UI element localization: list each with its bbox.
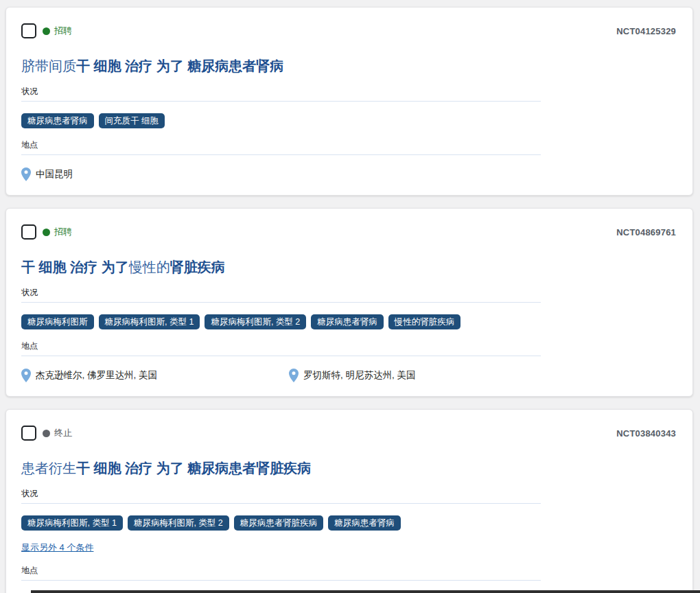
status-badge: 终止 <box>43 427 72 439</box>
condition-tag: 慢性的肾脏疾病 <box>388 314 461 329</box>
locations-heading: 地点 <box>21 340 541 356</box>
location-item: 杰克逊维尔, 佛罗里达州, 美国 <box>21 369 289 382</box>
condition-tag: 糖尿病患者肾病 <box>328 515 401 531</box>
status-badge: 招聘 <box>43 226 72 238</box>
title-part: 脐带间质 <box>21 58 76 73</box>
nct-id: NCT03840343 <box>616 428 676 439</box>
conditions-list: 糖尿病患者肾病 间充质干 细胞 <box>21 113 676 128</box>
search-results-list: 招聘 NCT04125329 脐带间质干 细胞 治疗 为了 糖尿病患者肾病 状况… <box>0 0 700 593</box>
trial-title-link[interactable]: 患者衍生干 细胞 治疗 为了 糖尿病患者肾脏疾病 <box>21 459 676 477</box>
title-part-highlight: 肾脏疾病 <box>170 259 225 275</box>
conditions-heading: 状况 <box>21 86 541 102</box>
show-more-conditions-link[interactable]: 显示另外 4 个条件 <box>21 542 93 554</box>
map-pin-icon <box>21 369 31 382</box>
trial-title-link[interactable]: 干 细胞 治疗 为了慢性的肾脏疾病 <box>21 258 676 276</box>
title-part: 慢性的 <box>129 259 170 275</box>
trial-card: 招聘 NCT04125329 脐带间质干 细胞 治疗 为了 糖尿病患者肾病 状况… <box>5 7 693 196</box>
condition-tag: 糖尿病梅利图斯, 类型 2 <box>128 515 229 531</box>
status-dot-icon <box>43 27 50 35</box>
conditions-heading: 状况 <box>21 287 541 303</box>
card-header: 招聘 NCT04125329 <box>21 23 676 39</box>
locations-heading: 地点 <box>21 139 541 155</box>
status-label: 招聘 <box>54 226 72 238</box>
location-item: 罗切斯特, 明尼苏达州, 美国 <box>289 369 557 382</box>
nct-id: NCT04125329 <box>616 26 676 36</box>
status-label: 招聘 <box>54 25 72 37</box>
title-part: 患者衍生 <box>21 461 76 476</box>
trial-card: 招聘 NCT04869761 干 细胞 治疗 为了慢性的肾脏疾病 状况 糖尿病梅… <box>5 208 693 397</box>
location-text: 中国昆明 <box>36 168 73 181</box>
location-text: 杰克逊维尔, 佛罗里达州, 美国 <box>36 369 157 382</box>
locations-heading: 地点 <box>21 565 541 581</box>
trial-title-link[interactable]: 脐带间质干 细胞 治疗 为了 糖尿病患者肾病 <box>21 57 676 75</box>
select-trial-checkbox[interactable] <box>21 224 36 240</box>
locations-list: 中国昆明 <box>21 167 676 181</box>
title-part-highlight: 干 细胞 治疗 为了 <box>21 259 129 275</box>
location-item: 中国昆明 <box>21 167 289 181</box>
condition-tag: 糖尿病梅利图斯, 类型 2 <box>205 314 306 329</box>
conditions-list: 糖尿病梅利图斯 糖尿病梅利图斯, 类型 1 糖尿病梅利图斯, 类型 2 糖尿病患… <box>21 314 676 329</box>
status-dot-icon <box>43 430 50 437</box>
locations-list: 杰克逊维尔, 佛罗里达州, 美国 罗切斯特, 明尼苏达州, 美国 <box>21 369 676 382</box>
condition-tag: 糖尿病患者肾脏疾病 <box>234 515 324 531</box>
select-trial-checkbox[interactable] <box>21 23 36 38</box>
title-part-highlight: 干 细胞 治疗 为了 糖尿病患者肾病 <box>76 58 283 73</box>
select-trial-checkbox[interactable] <box>21 426 36 441</box>
status-badge: 招聘 <box>43 25 72 37</box>
map-pin-icon <box>21 167 31 181</box>
condition-tag: 糖尿病梅利图斯 <box>21 314 94 329</box>
card-header: 终止 NCT03840343 <box>21 425 676 441</box>
nct-id: NCT04869761 <box>616 227 676 237</box>
conditions-list: 糖尿病梅利图斯, 类型 1 糖尿病梅利图斯, 类型 2 糖尿病患者肾脏疾病 糖尿… <box>21 515 676 531</box>
map-pin-icon <box>289 369 299 382</box>
condition-tag: 糖尿病梅利图斯, 类型 1 <box>99 314 200 329</box>
title-part-highlight: 干 细胞 治疗 为了 糖尿病患者肾脏疾病 <box>76 461 311 476</box>
horizontal-scrollbar-thumb[interactable] <box>31 590 700 593</box>
condition-tag: 糖尿病患者肾病 <box>21 113 94 128</box>
status-dot-icon <box>43 229 50 236</box>
location-text: 罗切斯特, 明尼苏达州, 美国 <box>303 369 416 382</box>
trial-card: 终止 NCT03840343 患者衍生干 细胞 治疗 为了 糖尿病患者肾脏疾病 … <box>5 409 693 593</box>
condition-tag: 糖尿病患者肾病 <box>311 314 384 329</box>
card-header: 招聘 NCT04869761 <box>21 224 676 240</box>
conditions-heading: 状况 <box>21 488 541 504</box>
condition-tag: 间充质干 细胞 <box>99 113 165 128</box>
status-label: 终止 <box>54 427 72 439</box>
condition-tag: 糖尿病梅利图斯, 类型 1 <box>21 515 123 531</box>
